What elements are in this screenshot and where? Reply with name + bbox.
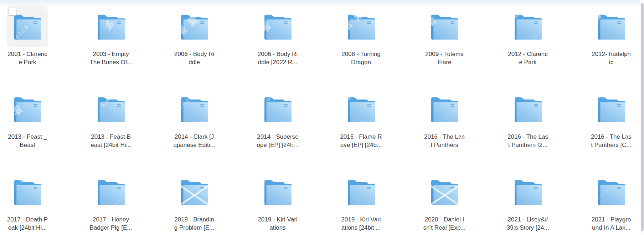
folder-icon bbox=[430, 14, 459, 41]
folder-icon-box[interactable] bbox=[591, 172, 632, 213]
folder-icon bbox=[597, 179, 626, 207]
folder-icon bbox=[346, 14, 376, 41]
folder-icon-box[interactable] bbox=[424, 172, 465, 213]
folder-name[interactable]: 2021 - Playgro und In A Lak... bbox=[592, 215, 631, 232]
folder-item[interactable]: 2017 - Death P eak [24bit Hi... bbox=[0, 172, 55, 235]
folder-item[interactable]: 2016 - The Las t Panthers bbox=[417, 89, 472, 172]
folder-icon-box[interactable] bbox=[508, 89, 548, 130]
folder-item[interactable]: 2012 - Clarenc e Park bbox=[500, 6, 555, 89]
folder-icon-box[interactable] bbox=[508, 6, 548, 47]
folder-name[interactable]: 2003 - Empty The Bones Of... bbox=[89, 50, 132, 66]
folder-name-line1: 2015 - Flame R bbox=[340, 133, 382, 141]
folder-icon-box[interactable] bbox=[91, 6, 132, 47]
folder-name-line2: ope [EP] [24b... bbox=[257, 141, 298, 149]
folder-name-line2: e Park bbox=[7, 58, 47, 66]
folder-name[interactable]: 2013 - Feast B east [24bit Hi... bbox=[91, 133, 131, 149]
folder-name[interactable]: 2015 - Flame R ave [EP] [24b... bbox=[340, 133, 382, 149]
folder-icon bbox=[346, 96, 376, 124]
folder-icon-box[interactable] bbox=[7, 172, 48, 213]
folder-icon bbox=[513, 179, 543, 207]
folder-item[interactable]: 2009 - Totems Flare bbox=[417, 6, 472, 89]
folder-name-line1: 2017 - Death P bbox=[7, 215, 48, 224]
folder-item[interactable]: 2001 - Clarenc e Park bbox=[0, 6, 55, 89]
folder-item[interactable]: 2019 - Kiri Vari ations bbox=[250, 172, 305, 235]
folder-name-line1: 2019 - Kiri Vari bbox=[341, 215, 381, 224]
folder-icon-box[interactable] bbox=[174, 6, 215, 47]
folder-name[interactable]: 2019 - Kiri Vari ations [24bit ... bbox=[341, 215, 381, 232]
folder-item[interactable]: 2006 - Body Ri ddle bbox=[167, 6, 222, 89]
folder-item[interactable]: 2017 - Honey Badger Pig [E... bbox=[83, 172, 138, 235]
folder-name-line1: 2012- Iradelph bbox=[592, 50, 631, 58]
selection-checkbox[interactable] bbox=[9, 8, 16, 16]
folder-name-line2: eak [24bit Hi... bbox=[7, 224, 48, 232]
folder-name-line2: ations [24bit ... bbox=[341, 224, 381, 232]
folder-name[interactable]: 2012- Iradelph ic bbox=[592, 50, 631, 66]
folder-name[interactable]: 2006 - Body Ri ddle [2022 R... bbox=[258, 50, 298, 66]
folder-item[interactable]: 2013 - Feast _ Beast bbox=[0, 89, 55, 172]
folder-icon bbox=[13, 179, 42, 207]
folder-item[interactable]: 2016 - The Las t Panthers [C... bbox=[584, 89, 639, 172]
folder-item[interactable]: 2013 - Feast B east [24bit Hi... bbox=[83, 89, 138, 172]
folder-name-line1: 2019 - Brandin bbox=[174, 215, 214, 224]
folder-icon-box[interactable] bbox=[7, 6, 48, 47]
folder-name[interactable]: 2012 - Clarenc e Park bbox=[508, 50, 548, 66]
folder-name-line1: 2021 - Playgro bbox=[592, 215, 631, 224]
folder-icon-box[interactable] bbox=[91, 172, 132, 213]
folder-item[interactable]: 2015 - Flame R ave [EP] [24b... bbox=[334, 89, 388, 172]
folder-item[interactable]: 2021 - Playgro und In A Lak... bbox=[584, 172, 639, 235]
folder-name[interactable]: 2021 - Lisey&# 39;s Story [24... bbox=[506, 215, 549, 232]
folder-icon bbox=[513, 14, 543, 41]
folder-icon-box[interactable] bbox=[91, 89, 132, 130]
folder-item[interactable]: 2016 - The Las t Panthers [2... bbox=[500, 89, 555, 172]
folder-icon-box[interactable] bbox=[174, 172, 215, 213]
folder-item[interactable]: 2019 - Brandin g Problem [E... bbox=[167, 172, 222, 235]
scrollbar-track[interactable] bbox=[640, 0, 644, 235]
folder-item[interactable]: 2019 - Kiri Vari ations [24bit ... bbox=[334, 172, 388, 235]
folder-icon-box[interactable] bbox=[424, 89, 465, 130]
folder-icon-box[interactable] bbox=[174, 89, 215, 130]
folder-name-line1: 2016 - The Las bbox=[424, 133, 465, 141]
folder-item[interactable]: 2014 - Supersc ope [EP] [24b... bbox=[250, 89, 305, 172]
folder-name[interactable]: 2019 - Kiri Vari ations bbox=[258, 215, 297, 232]
folder-name[interactable]: 2016 - The Las t Panthers [2... bbox=[508, 133, 548, 149]
folder-icon-box[interactable] bbox=[341, 89, 382, 130]
scrollbar-thumb[interactable] bbox=[641, 3, 644, 231]
folder-name-line2: sn’t Real [Exp... bbox=[423, 224, 465, 232]
folder-icon bbox=[263, 14, 293, 41]
folder-name[interactable]: 2020 - Daniel I sn’t Real [Exp... bbox=[423, 215, 465, 232]
folder-icon-box[interactable] bbox=[508, 172, 548, 213]
folder-name[interactable]: 2013 - Feast _ Beast bbox=[8, 133, 47, 149]
folder-icon bbox=[180, 96, 209, 124]
folder-icon-box[interactable] bbox=[591, 89, 632, 130]
folder-name[interactable]: 2014 - Clark [J apanese Editi... bbox=[173, 133, 215, 149]
folder-name-line1: 2016 - The Las bbox=[508, 133, 548, 141]
folder-name[interactable]: 2008 - Turning Dragon bbox=[341, 50, 381, 66]
folder-icon-box[interactable] bbox=[257, 6, 298, 47]
folder-item[interactable]: 2021 - Lisey&# 39;s Story [24... bbox=[500, 172, 555, 235]
folder-icon bbox=[430, 96, 459, 124]
folder-icon-box[interactable] bbox=[591, 6, 632, 47]
folder-name[interactable]: 2009 - Totems Flare bbox=[425, 50, 463, 66]
folder-name[interactable]: 2006 - Body Ri ddle bbox=[174, 50, 214, 66]
folder-item[interactable]: 2020 - Daniel I sn’t Real [Exp... bbox=[417, 172, 472, 235]
folder-name[interactable]: 2001 - Clarenc e Park bbox=[7, 50, 47, 66]
folder-item[interactable]: 2006 - Body Ri ddle [2022 R... bbox=[250, 6, 305, 89]
folder-icon-box[interactable] bbox=[7, 89, 48, 130]
folder-name[interactable]: 2017 - Honey Badger Pig [E... bbox=[89, 215, 132, 232]
folder-icon-box[interactable] bbox=[257, 89, 298, 130]
folder-icon-box[interactable] bbox=[424, 6, 465, 47]
folder-item[interactable]: 2003 - Empty The Bones Of... bbox=[83, 6, 138, 89]
folder-name-line2: 39;s Story [24... bbox=[506, 224, 549, 232]
folder-icon-box[interactable] bbox=[341, 172, 382, 213]
folder-icon-box[interactable] bbox=[341, 6, 382, 47]
folder-name[interactable]: 2014 - Supersc ope [EP] [24b... bbox=[257, 133, 298, 149]
folder-grid: 2001 - Clarenc e Park 2003 - Empty The B… bbox=[0, 6, 639, 235]
folder-name[interactable]: 2019 - Brandin g Problem [E... bbox=[174, 215, 214, 232]
folder-item[interactable]: 2012- Iradelph ic bbox=[584, 6, 639, 89]
folder-icon-box[interactable] bbox=[257, 172, 298, 213]
folder-item[interactable]: 2014 - Clark [J apanese Editi... bbox=[167, 89, 222, 172]
folder-name[interactable]: 2016 - The Las t Panthers bbox=[424, 133, 465, 149]
folder-item[interactable]: 2008 - Turning Dragon bbox=[334, 6, 388, 89]
folder-name[interactable]: 2016 - The Las t Panthers [C... bbox=[591, 133, 632, 149]
folder-name[interactable]: 2017 - Death P eak [24bit Hi... bbox=[7, 215, 48, 232]
